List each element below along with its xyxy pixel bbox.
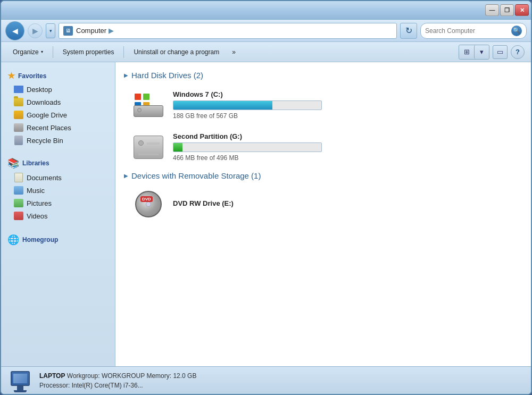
system-properties-button[interactable]: System properties	[57, 45, 120, 60]
search-icon: 🔍	[511, 26, 522, 36]
sidebar-item-downloads[interactable]: Downloads	[1, 96, 115, 108]
organize-button[interactable]: Organize ▾	[7, 45, 48, 60]
workgroup-value: Workgroup: WORKGROUP	[67, 372, 145, 380]
view-dropdown-button[interactable]: ▾	[474, 45, 489, 59]
c-drive-space: 188 GB free of 567 GB	[173, 112, 514, 120]
g-drive-progress	[173, 142, 322, 152]
dvd-drive-name: DVD RW Drive (E:)	[173, 199, 514, 207]
c-drive-icon	[134, 94, 163, 117]
search-input[interactable]	[425, 27, 508, 35]
dvd-drive-item[interactable]: DVD DVD RW Drive (E:)	[124, 187, 522, 222]
recyclebin-icon	[14, 136, 23, 145]
sidebar-scroll: ★ Favorites Desktop Downloads	[1, 62, 115, 366]
window-controls: — ❐ ✕	[485, 4, 529, 16]
toolbar-right: ⊞ ▾ ▭ ?	[459, 45, 525, 60]
uninstall-label: Uninstall or change a program	[134, 48, 219, 56]
dvd-disc: DVD	[135, 191, 162, 217]
sidebar-item-recyclebin-label: Recycle Bin	[27, 137, 63, 145]
desktop-icon	[14, 85, 23, 94]
g-drive-space: 466 MB free of 496 MB	[173, 154, 514, 162]
minimize-button[interactable]: —	[485, 4, 499, 16]
libraries-icon: 📚	[7, 157, 19, 169]
maximize-button[interactable]: ❐	[500, 4, 514, 16]
c-drive-info: Windows 7 (C:) 188 GB free of 567 GB	[173, 90, 514, 120]
g-drive-item[interactable]: Second Partition (G:) 466 MB free of 496…	[124, 128, 522, 166]
dvd-icon-container: DVD	[132, 191, 164, 217]
favorites-section: ★ Favorites	[1, 66, 115, 83]
toolbar: Organize ▾ System properties Uninstall o…	[1, 42, 531, 62]
c-drive-icon-container	[132, 92, 164, 119]
c-drive-progress	[173, 100, 322, 110]
sidebar-item-desktop[interactable]: Desktop	[1, 83, 115, 96]
uninstall-button[interactable]: Uninstall or change a program	[128, 45, 225, 60]
status-line-1: LAPTOP Workgroup: WORKGROUP Memory: 12.0…	[39, 371, 525, 381]
g-drive-icon-container	[132, 134, 164, 161]
homegroup-label: Homegroup	[22, 236, 58, 243]
downloads-icon	[14, 98, 23, 106]
help-button[interactable]: ?	[511, 45, 525, 59]
sidebar-item-googledrive-label: Google Drive	[27, 111, 67, 119]
nav-dropdown-button[interactable]: ▾	[46, 23, 55, 38]
sidebar-item-documents[interactable]: Documents	[1, 171, 115, 184]
dvd-label-text: DVD	[140, 196, 153, 202]
address-path[interactable]: 🖥 Computer ▶	[59, 23, 397, 39]
back-button[interactable]: ◀	[5, 21, 24, 40]
more-button[interactable]: »	[227, 45, 241, 60]
refresh-button[interactable]: ↻	[400, 23, 417, 39]
explorer-window: — ❐ ✕ ◀ ▶ ▾ 🖥 Computer ▶ ↻ 🔍 Organize ▾ …	[0, 0, 532, 395]
status-bar: LAPTOP Workgroup: WORKGROUP Memory: 12.0…	[1, 366, 531, 394]
favorites-icon: ★	[7, 71, 15, 81]
organize-label: Organize	[13, 48, 39, 56]
organize-chevron: ▾	[41, 49, 43, 54]
c-drive-fill	[173, 101, 272, 110]
sidebar-item-recentplaces-label: Recent Places	[27, 124, 71, 132]
preview-pane-button[interactable]: ▭	[493, 45, 508, 59]
sidebar-item-videos-label: Videos	[27, 212, 48, 220]
computer-icon	[7, 369, 33, 392]
pictures-icon	[14, 199, 23, 207]
sidebar-item-recentplaces[interactable]: Recent Places	[1, 121, 115, 134]
music-icon	[14, 186, 23, 195]
title-bar: — ❐ ✕	[1, 1, 531, 20]
sidebar-item-googledrive[interactable]: Google Drive	[1, 108, 115, 121]
system-properties-label: System properties	[63, 48, 114, 56]
toolbar-sep-1	[53, 46, 53, 58]
status-text: LAPTOP Workgroup: WORKGROUP Memory: 12.0…	[39, 371, 525, 390]
removable-section-header[interactable]: ▶ Devices with Removable Storage (1)	[124, 171, 522, 180]
c-drive-item[interactable]: Windows 7 (C:) 188 GB free of 567 GB	[124, 86, 522, 124]
homegroup-icon: 🌐	[7, 234, 19, 246]
view-details-button[interactable]: ⊞	[459, 45, 474, 59]
sidebar-item-downloads-label: Downloads	[27, 98, 61, 106]
g-drive-icon	[134, 136, 163, 159]
documents-icon	[14, 173, 23, 182]
search-box[interactable]: 🔍	[420, 23, 527, 39]
hard-disk-triangle: ▶	[124, 72, 128, 78]
libraries-section: 📚 Libraries	[1, 153, 115, 171]
dvd-icon: DVD	[134, 190, 163, 218]
removable-triangle: ▶	[124, 173, 128, 179]
removable-section-title: Devices with Removable Storage (1)	[131, 171, 261, 180]
g-drive-info: Second Partition (G:) 466 MB free of 496…	[173, 132, 514, 162]
recentplaces-icon	[14, 123, 23, 132]
libraries-label: Libraries	[22, 159, 49, 167]
sidebar-item-videos[interactable]: Videos	[1, 209, 115, 222]
main-content: ★ Favorites Desktop Downloads	[1, 62, 531, 366]
sidebar-item-recyclebin[interactable]: Recycle Bin	[1, 134, 115, 147]
sidebar: ★ Favorites Desktop Downloads	[1, 62, 115, 366]
path-icon: 🖥	[63, 26, 73, 36]
hard-disk-section-header[interactable]: ▶ Hard Disk Drives (2)	[124, 71, 522, 80]
sidebar-item-pictures[interactable]: Pictures	[1, 197, 115, 209]
content-area: ▶ Hard Disk Drives (2)	[115, 62, 531, 366]
close-button[interactable]: ✕	[515, 4, 529, 16]
forward-button[interactable]: ▶	[28, 23, 43, 38]
dvd-drive-info: DVD RW Drive (E:)	[173, 199, 514, 209]
sidebar-item-music-label: Music	[27, 187, 45, 195]
monitor-base	[14, 390, 27, 392]
favorites-label: Favorites	[18, 72, 46, 80]
sidebar-item-music[interactable]: Music	[1, 184, 115, 197]
memory-text: Memory: 12.0 GB	[146, 372, 196, 380]
toolbar-sep-2	[123, 46, 124, 58]
homegroup-section[interactable]: 🌐 Homegroup	[1, 230, 115, 248]
path-separator: ▶	[109, 27, 114, 35]
sidebar-item-pictures-label: Pictures	[27, 199, 52, 207]
